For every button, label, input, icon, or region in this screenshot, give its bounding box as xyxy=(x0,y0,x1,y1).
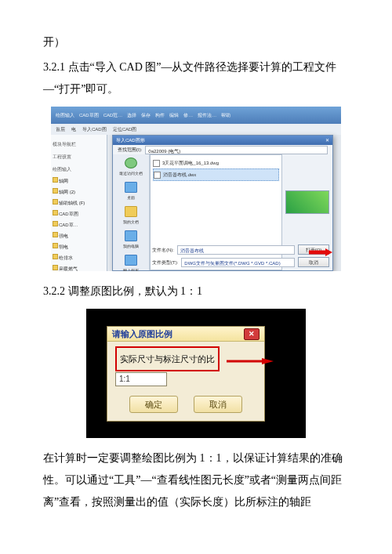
close-icon[interactable]: ✕ xyxy=(325,136,329,145)
menu-item[interactable]: 修… xyxy=(183,110,193,120)
places-item[interactable]: 桌面 xyxy=(125,182,137,201)
places-item[interactable]: 最近访问文档 xyxy=(119,158,143,177)
tree-item[interactable]: 采暖燃气 xyxy=(53,263,105,271)
dialog-titlebar: 请输入原图比例 ✕ xyxy=(107,327,264,342)
filetype-combobox[interactable]: DWG文件与矢量图文件(*.DWG *.GVD *.CAD) xyxy=(181,258,295,267)
ribbon-item[interactable]: 首层 xyxy=(56,125,65,134)
ratio-input[interactable]: 1:1 xyxy=(115,372,167,386)
paragraph-body: 在计算时一定要调整绘图比例为 1：1，以保证计算结果的准确性。可以通过“工具”—… xyxy=(43,447,349,513)
file-icon xyxy=(153,160,160,167)
menu-item[interactable]: 绘图输入 xyxy=(56,110,74,120)
tree-item[interactable]: 轴网 xyxy=(53,176,105,186)
documents-icon xyxy=(125,206,137,217)
menu-item[interactable]: 报件法… xyxy=(198,110,216,120)
tree-item[interactable]: 弱电 xyxy=(53,241,105,252)
paragraph-open-tail: 开） xyxy=(43,31,349,53)
file-icon xyxy=(154,172,161,179)
menu-item[interactable]: 构件 xyxy=(155,110,165,120)
filename-label: 文件名(N): xyxy=(152,245,174,255)
dialog-title: 请输入原图比例 xyxy=(112,325,172,342)
dialog-title: 导入CAD图形 xyxy=(116,136,145,145)
annotation-arrow xyxy=(227,358,274,364)
tree-item[interactable]: 给排水 xyxy=(53,252,105,263)
paragraph-3-2-2: 3.2.2 调整原图比例，默认为 1：1 xyxy=(43,281,349,302)
menu-item[interactable]: 保存 xyxy=(141,110,151,120)
menu-item[interactable]: 编辑 xyxy=(169,110,179,120)
cancel-button[interactable]: 取消 xyxy=(194,396,242,413)
app-menubar: 绘图输入 CAD草图 CAD范… 选择 保存 构件 编辑 修… 报件法… 帮助 xyxy=(51,107,341,124)
menu-item[interactable]: 选择 xyxy=(127,110,136,120)
ratio-dialog: 请输入原图比例 ✕ 实际尺寸与标注尺寸的比 1:1 确定 取消 xyxy=(107,326,265,422)
ribbon-item[interactable]: 电 xyxy=(71,125,76,134)
file-item-selected[interactable]: 消音器布线.dwx xyxy=(153,168,279,181)
paragraph-3-2-1: 3.2.1 点击“导入 CAD 图”—从文件路径选择要计算的工程文件—“打开”即… xyxy=(43,56,349,100)
preview-thumbnail xyxy=(285,190,329,214)
close-button[interactable]: ✕ xyxy=(244,328,260,340)
location-combobox[interactable]: 0a22009 (电气) xyxy=(145,146,328,154)
tree-item[interactable]: 辅助轴线 (F) xyxy=(53,197,105,208)
cad-app-window: 绘图输入 CAD草图 CAD范… 选择 保存 构件 编辑 修… 报件法… 帮助 … xyxy=(51,107,341,271)
tree-item[interactable]: 强电 xyxy=(53,230,105,241)
filetype-label: 文件类型(T): xyxy=(152,258,178,267)
ribbon-item[interactable]: 导入CAD图 xyxy=(82,125,107,134)
desktop-icon xyxy=(125,182,137,193)
tree-item[interactable]: 轴网 (2) xyxy=(53,186,105,197)
ribbon-item[interactable]: 定位CAD图 xyxy=(113,125,137,134)
import-cad-dialog: 导入CAD图形 ✕ 查找范围(I): 0a22009 (电气) 最近访问文档 桌… xyxy=(112,135,333,271)
figure-import-cad: 绘图输入 CAD草图 CAD范… 选择 保存 构件 编辑 修… 报件法… 帮助 … xyxy=(43,107,349,271)
menu-item[interactable]: CAD草图 xyxy=(79,110,99,120)
menu-item[interactable]: CAD范… xyxy=(103,110,123,120)
location-label: 查找范围(I): xyxy=(118,145,142,154)
nav-tree: 模块导航栏 工程设置 绘图输入 轴网 轴网 (2) 辅助轴线 (F) CAD草图… xyxy=(51,135,107,271)
places-item[interactable]: 我的电脑 xyxy=(123,230,139,250)
computer-icon xyxy=(125,230,137,241)
ok-button[interactable]: 确定 xyxy=(129,396,178,413)
app-ribbon: 首层 电 导入CAD图 定位CAD图 xyxy=(51,124,341,136)
dialog-titlebar: 导入CAD图形 ✕ xyxy=(113,136,332,145)
tree-header: 工程设置 xyxy=(53,150,105,163)
ratio-screenshot: 请输入原图比例 ✕ 实际尺寸与标注尺寸的比 1:1 确定 取消 xyxy=(86,309,306,438)
figure-ratio-dialog: 请输入原图比例 ✕ 实际尺寸与标注尺寸的比 1:1 确定 取消 xyxy=(43,309,349,438)
places-item[interactable]: 我的文档 xyxy=(123,206,139,226)
tree-item[interactable]: CAD草… xyxy=(53,219,105,230)
tree-header: 模块导航栏 xyxy=(53,138,105,150)
ratio-message: 实际尺寸与标注尺寸的比 xyxy=(115,346,220,371)
places-item[interactable]: 网上邻居 xyxy=(123,255,139,271)
tree-header: 绘图输入 xyxy=(53,163,105,176)
network-icon xyxy=(125,255,137,266)
filename-input[interactable]: 消音器布线 xyxy=(177,245,295,255)
cancel-button[interactable]: 取消 xyxy=(298,257,329,267)
menu-item[interactable]: 帮助 xyxy=(221,110,230,120)
places-panel: 最近访问文档 桌面 我的文档 我的电脑 网上邻居 xyxy=(113,154,150,270)
recent-icon xyxy=(125,158,137,168)
file-item[interactable]: 3天花平面调电_16_13.dwg xyxy=(153,158,279,168)
tree-item[interactable]: CAD草图 xyxy=(53,208,105,219)
